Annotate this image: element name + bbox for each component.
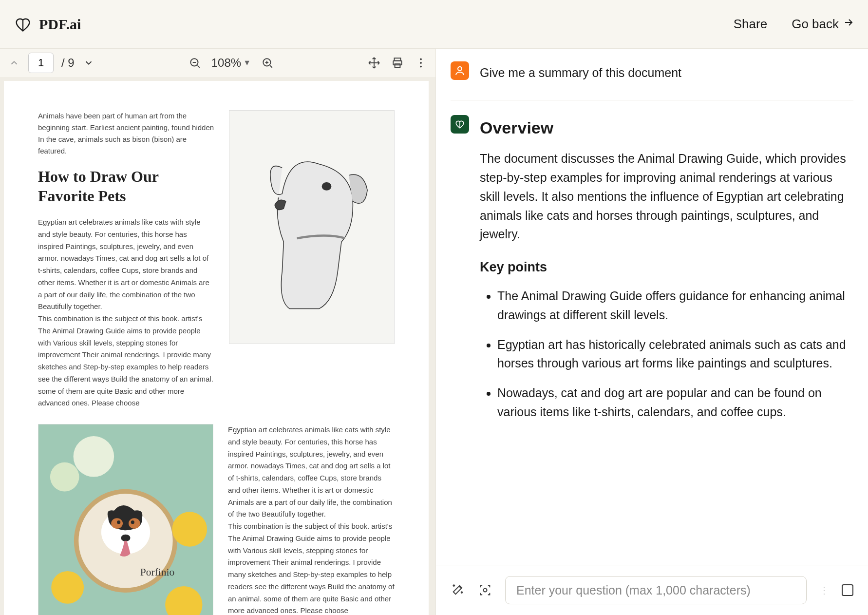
doc-image-dog-sketch	[229, 110, 395, 344]
user-avatar-icon	[451, 61, 469, 80]
ai-message: Overview The document discusses the Anim…	[451, 115, 853, 432]
page-number-input[interactable]	[28, 53, 54, 73]
send-button[interactable]	[842, 584, 853, 596]
svg-point-20	[50, 462, 79, 492]
logo-area: PDF.ai	[14, 16, 81, 33]
list-item: Egyptian art has historically celebrated…	[497, 335, 853, 373]
prev-page-icon[interactable]	[8, 57, 20, 69]
user-message: Give me a summary of this document	[451, 61, 853, 82]
svg-point-16	[131, 520, 134, 524]
svg-point-14	[121, 535, 130, 541]
next-page-icon[interactable]	[82, 57, 95, 69]
list-item: Nowadays, cat and dog art are popular an…	[497, 384, 853, 422]
svg-point-8	[322, 183, 331, 190]
zoom-controls: 108% ▼	[188, 56, 274, 70]
svg-point-24	[484, 589, 487, 592]
svg-point-19	[172, 512, 207, 547]
page-total: / 9	[61, 56, 75, 70]
share-link[interactable]: Share	[734, 17, 767, 32]
keypoints-list: The Animal Drawing Guide offers guidance…	[480, 287, 853, 422]
doc-intro: Animals have been part of human art from…	[38, 110, 214, 157]
capture-icon[interactable]	[478, 583, 492, 597]
zoom-level[interactable]: 108% ▼	[211, 56, 251, 70]
zoom-out-icon[interactable]	[188, 56, 202, 70]
ai-avatar-icon	[451, 115, 469, 134]
svg-point-12	[111, 518, 123, 528]
svg-text:Porfinio: Porfinio	[140, 566, 174, 578]
move-icon[interactable]	[367, 56, 381, 70]
document-viewer[interactable]: Animals have been part of human art from…	[0, 77, 435, 615]
zoom-label-text: 108%	[211, 56, 241, 70]
doc-body-1: Egyptian art celebrates animals like cat…	[38, 216, 214, 409]
app-header: PDF.ai Share Go back	[0, 0, 868, 49]
svg-point-13	[129, 518, 140, 528]
keypoints-heading: Key points	[480, 257, 853, 278]
svg-point-15	[117, 520, 120, 524]
chat-body: Give me a summary of this document Overv…	[436, 49, 868, 565]
overview-body: The document discusses the Animal Drawin…	[480, 149, 853, 244]
pdf-pane: / 9 108% ▼	[0, 49, 436, 615]
magic-wand-icon[interactable]	[451, 583, 465, 597]
go-back-label: Go back	[792, 17, 839, 32]
doc-image-embroidery: Porfinio	[38, 424, 213, 615]
arrow-right-icon	[843, 17, 854, 32]
logo-icon	[14, 17, 32, 32]
main-split: / 9 108% ▼	[0, 49, 868, 615]
svg-point-23	[458, 67, 462, 71]
caret-down-icon: ▼	[243, 58, 251, 67]
print-icon[interactable]	[391, 56, 404, 70]
svg-rect-4	[395, 64, 400, 68]
divider	[451, 100, 853, 100]
chat-pane: Give me a summary of this document Overv…	[436, 49, 868, 615]
pdf-page: Animals have been part of human art from…	[4, 81, 429, 615]
input-indicator-icon: ⋮	[819, 584, 829, 596]
tool-icons	[367, 56, 428, 70]
go-back-link[interactable]: Go back	[792, 17, 854, 32]
more-icon[interactable]	[414, 56, 428, 70]
doc-body-2: Egyptian art celebrates animals like cat…	[228, 424, 395, 615]
logo-text: PDF.ai	[39, 16, 81, 33]
svg-point-5	[420, 58, 422, 60]
svg-point-6	[420, 62, 422, 64]
header-actions: Share Go back	[734, 17, 854, 32]
ai-message-content: Overview The document discusses the Anim…	[480, 115, 853, 432]
chat-input-area: ⋮	[436, 565, 868, 615]
doc-title: How to Draw Our Favorite Pets	[38, 167, 214, 206]
list-item: The Animal Drawing Guide offers guidance…	[497, 287, 853, 325]
user-message-text: Give me a summary of this document	[480, 61, 853, 82]
svg-point-21	[74, 436, 114, 477]
overview-heading: Overview	[480, 115, 853, 141]
svg-point-7	[420, 66, 422, 68]
question-input[interactable]	[505, 576, 807, 604]
zoom-in-icon[interactable]	[261, 56, 274, 70]
pdf-toolbar: / 9 108% ▼	[0, 49, 435, 77]
svg-point-18	[51, 571, 84, 604]
